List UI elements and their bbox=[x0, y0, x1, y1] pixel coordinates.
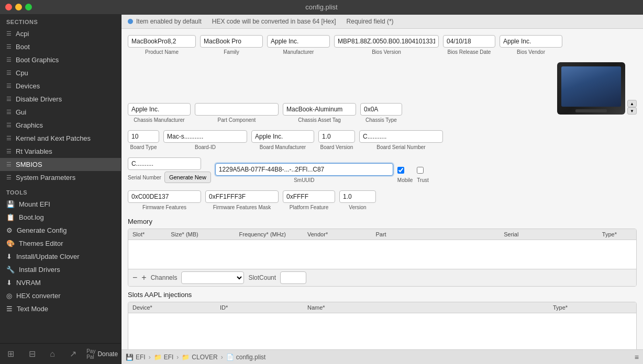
memory-add-btn[interactable]: + bbox=[141, 273, 146, 282]
sidebar-label-rt-variables: Rt Variables bbox=[16, 147, 52, 155]
slot-count-input[interactable] bbox=[280, 271, 306, 284]
menu-icon[interactable]: ≡ bbox=[635, 353, 639, 361]
sidebar-tool-nvram[interactable]: ⬇ NVRAM bbox=[0, 276, 121, 289]
footer-btn-2[interactable]: ⊟ bbox=[25, 347, 40, 361]
mem-col-type: Type* bbox=[598, 229, 636, 240]
sidebar-tool-install-drivers[interactable]: 🔧 Install Drivers bbox=[0, 263, 121, 276]
memory-table-header: Slot* Size* (MB) Frequency* (MHz) Vendor… bbox=[128, 229, 636, 240]
firmware-features-group: Firmware Features bbox=[128, 190, 201, 210]
manufacturer-input[interactable] bbox=[267, 35, 330, 48]
smuuid-input[interactable] bbox=[215, 163, 393, 176]
chassis-manufacturer-label: Chassis Manufacturer bbox=[128, 117, 191, 123]
sidebar-item-gui[interactable]: ☰ Gui bbox=[0, 106, 121, 119]
sidebar-label-smbios: SMBIOS bbox=[16, 161, 42, 168]
serial-number-label: Serial Number bbox=[128, 175, 161, 180]
firmware-features-mask-label: Firmware Features Mask bbox=[205, 204, 279, 210]
bios-vendor-input[interactable] bbox=[500, 35, 562, 48]
sidebar-item-smbios[interactable]: ☰ SMBIOS bbox=[0, 158, 121, 171]
list-icon: ☰ bbox=[6, 56, 12, 63]
trust-group: Trust bbox=[417, 167, 428, 183]
breadcrumb-efi-1[interactable]: 💾 EFI bbox=[126, 354, 146, 361]
sidebar-tool-hex-converter[interactable]: ◎ HEX converter bbox=[0, 289, 121, 302]
footer-btn-1[interactable]: ⊞ bbox=[3, 347, 18, 361]
sidebar-tool-label-install-clover: Install/Update Clover bbox=[16, 253, 80, 260]
bios-date-input[interactable] bbox=[443, 35, 495, 48]
product-name-input[interactable] bbox=[128, 35, 196, 48]
traffic-lights bbox=[5, 4, 32, 10]
chassis-asset-tag-input[interactable] bbox=[283, 103, 356, 116]
channels-label: Channels bbox=[151, 274, 178, 281]
list-icon: ☰ bbox=[6, 174, 12, 181]
chassis-type-input[interactable] bbox=[360, 103, 402, 116]
folder-efi-icon: 📁 bbox=[154, 354, 162, 361]
sidebar-item-boot-graphics[interactable]: ☰ Boot Graphics bbox=[0, 53, 121, 66]
chassis-manufacturer-input[interactable] bbox=[128, 103, 191, 116]
sidebar-item-rt-variables[interactable]: ☰ Rt Variables bbox=[0, 145, 121, 158]
sidebar-item-boot[interactable]: ☰ Boot bbox=[0, 40, 121, 53]
footer-btn-3[interactable]: ⌂ bbox=[46, 347, 59, 361]
hex-note: HEX code will be converted in base 64 [H… bbox=[212, 18, 336, 25]
sidebar-item-graphics[interactable]: ☰ Graphics bbox=[0, 119, 121, 132]
board-version-input[interactable] bbox=[318, 130, 355, 143]
sidebar-tool-install-clover[interactable]: ⬇ Install/Update Clover bbox=[0, 250, 121, 263]
sidebar-tool-themes-editor[interactable]: 🎨 Themes Editor bbox=[0, 237, 121, 250]
board-id-input[interactable] bbox=[163, 130, 247, 143]
sidebar-item-devices[interactable]: ☰ Devices bbox=[0, 79, 121, 93]
memory-remove-btn[interactable]: − bbox=[132, 273, 137, 282]
sidebar-tool-text-mode[interactable]: ☰ Text Mode bbox=[0, 302, 121, 315]
sidebar-tool-boot-log[interactable]: 📋 Boot.log bbox=[0, 211, 121, 224]
sidebar-tool-mount-efi[interactable]: 💾 Mount EFI bbox=[0, 198, 121, 211]
trust-checkbox[interactable] bbox=[417, 167, 424, 174]
version-input[interactable] bbox=[339, 190, 376, 203]
generate-new-button[interactable]: Generate New bbox=[164, 172, 211, 183]
sidebar-item-acpi[interactable]: ☰ Acpi bbox=[0, 27, 121, 40]
donate-label: Donate bbox=[97, 350, 118, 358]
maximize-button[interactable] bbox=[25, 4, 32, 10]
blue-dot-icon bbox=[128, 19, 133, 24]
breadcrumb-clover[interactable]: 📁 CLOVER bbox=[182, 354, 217, 361]
mount-efi-icon: 💾 bbox=[6, 200, 15, 208]
platform-feature-label: Platform Feature bbox=[283, 204, 335, 210]
mobile-checkbox[interactable] bbox=[397, 167, 404, 174]
main-layout: SECTIONS ☰ Acpi ☰ Boot ☰ Boot Graphics ☰… bbox=[0, 15, 643, 364]
sidebar-tool-generate-config[interactable]: ⚙ Generate Config bbox=[0, 224, 121, 237]
bios-vendor-label: Bios Vendor bbox=[500, 49, 562, 55]
firmware-features-mask-input[interactable] bbox=[205, 190, 279, 203]
scroll-down-btn[interactable]: ▼ bbox=[627, 107, 637, 115]
serial-number-input[interactable] bbox=[128, 157, 201, 170]
firmware-features-input[interactable] bbox=[128, 190, 201, 203]
breadcrumb-plist[interactable]: 📄 config.plist bbox=[226, 354, 266, 361]
sidebar-tool-label-hex-converter: HEX converter bbox=[16, 292, 61, 300]
breadcrumb-label-plist: config.plist bbox=[236, 354, 266, 361]
platform-feature-input[interactable] bbox=[283, 190, 335, 203]
scroll-up-btn[interactable]: ▲ bbox=[627, 100, 637, 107]
channels-select[interactable] bbox=[181, 271, 244, 284]
slots-aapl-section: Slots AAPL injections Device* ID* Name* … bbox=[128, 291, 637, 349]
sidebar-item-system-params[interactable]: ☰ System Parameters bbox=[0, 171, 121, 184]
family-input[interactable] bbox=[200, 35, 263, 48]
bios-version-input[interactable] bbox=[334, 35, 439, 48]
mem-col-vendor: Vendor* bbox=[303, 229, 371, 240]
part-component-input[interactable] bbox=[195, 103, 279, 116]
slots-table-header: Device* ID* Name* Type* bbox=[128, 302, 636, 313]
slots-col-name: Name* bbox=[303, 302, 549, 313]
breadcrumb-efi-2[interactable]: 📁 EFI bbox=[154, 354, 174, 361]
breadcrumb-sep-2: › bbox=[176, 354, 179, 361]
board-manufacturer-input[interactable] bbox=[251, 130, 314, 143]
mem-col-serial: Serial bbox=[500, 229, 598, 240]
mobile-checkbox-group bbox=[397, 167, 413, 174]
smbios-row-5: Firmware Features Firmware Features Mask… bbox=[128, 190, 637, 210]
firmware-features-label: Firmware Features bbox=[128, 204, 201, 210]
board-type-input[interactable] bbox=[128, 130, 159, 143]
donate-button[interactable]: PayPal Donate bbox=[86, 348, 118, 360]
sidebar-item-kernel-kext[interactable]: ☰ Kernel and Kext Patches bbox=[0, 132, 121, 145]
close-button[interactable] bbox=[5, 4, 12, 10]
board-serial-input[interactable] bbox=[359, 130, 443, 143]
footer-btn-4[interactable]: ↗ bbox=[65, 347, 81, 361]
slot-count-label: SlotCount bbox=[248, 274, 276, 281]
board-id-label: Board-ID bbox=[163, 144, 247, 150]
sidebar-item-disable-drivers[interactable]: ☰ Disable Drivers bbox=[0, 93, 121, 106]
sidebar-tool-label-themes-editor: Themes Editor bbox=[19, 240, 63, 247]
minimize-button[interactable] bbox=[15, 4, 22, 10]
sidebar-item-cpu[interactable]: ☰ Cpu bbox=[0, 66, 121, 79]
